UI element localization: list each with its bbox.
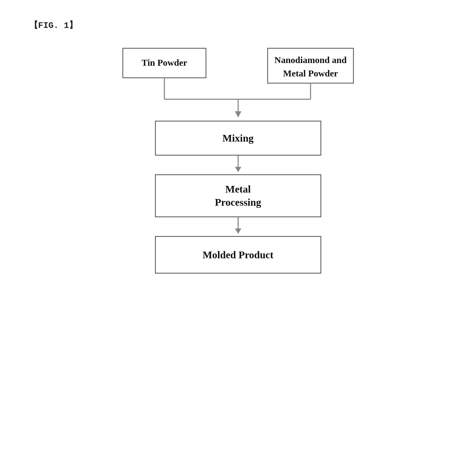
figure-label: 【FIG. 1】	[29, 19, 78, 31]
svg-marker-12	[235, 167, 241, 172]
diagram: Tin Powder Nanodiamond and Metal Powder …	[0, 43, 476, 274]
svg-marker-10	[235, 111, 241, 117]
top-connector-svg: Tin Powder Nanodiamond and Metal Powder	[117, 43, 359, 123]
svg-text:Tin Powder: Tin Powder	[141, 58, 187, 68]
svg-text:Metal Powder: Metal Powder	[283, 68, 338, 78]
arrow-mixing-to-metal	[231, 156, 245, 174]
molded-product-label: Molded Product	[202, 249, 273, 261]
arrow-metal-to-molded	[231, 217, 245, 236]
mixing-label: Mixing	[222, 132, 253, 144]
mixing-box: Mixing	[155, 121, 321, 156]
molded-product-box: Molded Product	[155, 236, 321, 274]
metal-processing-label: Metal Processing	[215, 183, 261, 209]
svg-text:Nanodiamond and: Nanodiamond and	[274, 55, 346, 65]
metal-processing-box: Metal Processing	[155, 174, 321, 217]
svg-marker-14	[235, 229, 241, 234]
